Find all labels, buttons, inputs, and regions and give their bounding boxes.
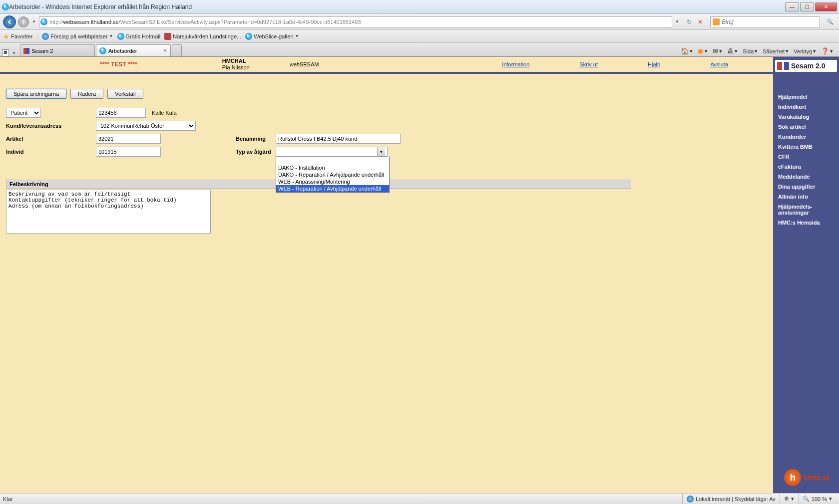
hinfo-logo[interactable]: h hinfo.se bbox=[777, 464, 837, 491]
link-skriv-ut[interactable]: Skriv ut bbox=[579, 61, 598, 67]
help-button[interactable]: ❓▾ bbox=[821, 47, 833, 55]
benamning-input[interactable] bbox=[276, 134, 401, 144]
patient-id-input[interactable] bbox=[96, 108, 146, 118]
sidebar-link-hmc-hemsida[interactable]: HMC:s Hemsida bbox=[773, 218, 839, 228]
app-brand: webSESAM bbox=[290, 61, 319, 67]
maximize-button[interactable]: ☐ bbox=[800, 2, 814, 11]
print-icon: 🖶 bbox=[727, 47, 734, 55]
search-input[interactable] bbox=[722, 18, 818, 25]
window-titlebar: Arbetsorder - Windows Internet Explorer … bbox=[0, 0, 839, 14]
feeds-button[interactable]: ▣▾ bbox=[698, 47, 708, 55]
atgard-option-web-rep[interactable]: WEB - Reparation / Avhjälpande underhåll bbox=[276, 185, 389, 192]
atgard-option-dako-install[interactable]: DAKO - Installation bbox=[276, 164, 389, 171]
refresh-button[interactable]: ↻ bbox=[684, 17, 694, 27]
nav-toolbar: ▼ http://websesam.lthalland.se/WebSesamS… bbox=[0, 14, 839, 30]
address-dropdown[interactable]: ▼ bbox=[674, 19, 680, 24]
header-code: HMCHAL bbox=[222, 58, 250, 64]
rss-icon: ▣ bbox=[698, 47, 704, 55]
sidebar-link-sok-artikel[interactable]: Sök artikel bbox=[773, 122, 839, 132]
benamning-label: Benämning bbox=[236, 136, 276, 142]
delete-button[interactable]: Radera bbox=[70, 89, 103, 99]
print-button[interactable]: 🖶▾ bbox=[727, 47, 738, 55]
kund-label: Kund/leveransadress bbox=[6, 123, 96, 129]
atgard-dropdown-list: DAKO - Installation DAKO - Reparation / … bbox=[276, 157, 390, 193]
back-button[interactable] bbox=[3, 15, 16, 28]
execute-button[interactable]: Verkställ bbox=[107, 89, 143, 99]
star-icon: ★ bbox=[3, 32, 9, 40]
stop-button[interactable]: ✕ bbox=[695, 17, 705, 27]
url-scheme: http:// bbox=[49, 19, 63, 25]
status-zoom[interactable]: 🔍 100 % ▾ bbox=[798, 494, 836, 504]
zone-icon bbox=[687, 496, 694, 503]
sidebar-link-individkort[interactable]: Individkort bbox=[773, 102, 839, 112]
zoom-icon: 🔍 bbox=[803, 496, 810, 502]
sidebar-link-kundorder[interactable]: Kundorder bbox=[773, 132, 839, 142]
sidebar-link-varukatalog[interactable]: Varukatalog bbox=[773, 112, 839, 122]
tab-arbetsorder[interactable]: Arbetsorder ✕ bbox=[96, 44, 171, 56]
app-header: **** TEST **** HMCHAL Pia Nilsson webSES… bbox=[0, 57, 773, 74]
minimize-button[interactable]: — bbox=[785, 2, 799, 11]
sidebar-link-kvittera-bmb[interactable]: Kvittera BMB bbox=[773, 142, 839, 152]
patient-name: Kalle Kula bbox=[152, 110, 177, 116]
favorites-button[interactable]: ★Favoriter bbox=[3, 32, 32, 40]
url-path: /WebSesamS2.Eko/Services/Activity.aspx?P… bbox=[119, 19, 361, 25]
site-icon bbox=[164, 33, 171, 40]
window-title: Arbetsorder - Windows Internet Explorer … bbox=[9, 3, 785, 10]
tab-close-icon[interactable]: ✕ bbox=[163, 47, 167, 54]
status-protected-mode-toggle[interactable]: ⚙▾ bbox=[780, 494, 798, 504]
quicktabs-button[interactable]: ▦ bbox=[2, 49, 9, 56]
tab-sesam2[interactable]: Sesam 2 bbox=[20, 44, 95, 56]
sidebar-link-dina-uppgifter[interactable]: Dina uppgifter bbox=[773, 182, 839, 192]
favorites-bar: ★Favoriter | Förslag på webbplatser ▼ Gr… bbox=[0, 30, 839, 43]
artikel-input[interactable] bbox=[96, 134, 161, 144]
link-hjalp[interactable]: Hjälp bbox=[648, 61, 660, 67]
nav-history-dropdown[interactable]: ▼ bbox=[31, 19, 37, 24]
kund-select[interactable]: 102 KommunRehab Öster bbox=[96, 121, 196, 131]
status-left: Klar bbox=[3, 496, 13, 502]
status-bar: Klar Lokalt intranät | Skyddat läge: Av … bbox=[0, 493, 839, 504]
globe-icon bbox=[42, 33, 49, 40]
individ-input[interactable] bbox=[96, 147, 161, 157]
sesam-icon bbox=[23, 48, 29, 54]
save-button[interactable]: Spara ändringarna bbox=[6, 89, 66, 99]
page-menu[interactable]: Sida ▾ bbox=[743, 48, 758, 54]
fav-link-hotmail[interactable]: Gratis Hotmail bbox=[117, 33, 161, 40]
fav-link-webslice[interactable]: WebSlice-galleri ▼ bbox=[245, 33, 299, 40]
fav-link-suggestions[interactable]: Förslag på webbplatser ▼ bbox=[42, 33, 113, 40]
felbeskrivning-textarea[interactable] bbox=[6, 190, 211, 234]
search-button[interactable]: 🔍 bbox=[824, 16, 836, 27]
home-icon: 🏠 bbox=[681, 47, 689, 55]
new-tab-button[interactable] bbox=[172, 44, 182, 56]
sidebar-link-hjalpmedels-anvisningar[interactable]: Hjälpmedels-anvisningar bbox=[773, 202, 839, 218]
hinfo-ball-icon: h bbox=[784, 469, 801, 486]
atgard-option-web-anpass[interactable]: WEB - Anpassning/Montering bbox=[276, 178, 389, 185]
home-button[interactable]: 🏠▾ bbox=[681, 47, 693, 55]
chevron-down-icon: ▼ bbox=[377, 147, 385, 156]
quicktabs-dropdown[interactable]: ▼ bbox=[11, 51, 17, 55]
sidebar-link-hjalpmedel[interactable]: Hjälpmedel bbox=[773, 92, 839, 102]
address-bar[interactable]: http://websesam.lthalland.se/WebSesamS2.… bbox=[39, 16, 672, 27]
link-avsluta[interactable]: Avsluta bbox=[710, 61, 728, 67]
sidebar-link-efaktura[interactable]: eFaktura bbox=[773, 162, 839, 172]
link-information[interactable]: Information bbox=[502, 61, 529, 67]
patient-type-select[interactable]: Patient bbox=[6, 108, 41, 118]
sidebar-link-cfr[interactable]: CFR bbox=[773, 152, 839, 162]
tab-bar: ▦ ▼ Sesam 2 Arbetsorder ✕ 🏠▾ ▣▾ ✉▾ 🖶▾ Si… bbox=[0, 43, 839, 57]
ie-icon bbox=[2, 3, 9, 10]
close-button[interactable]: ✕ bbox=[815, 2, 837, 11]
atgard-select[interactable]: ▼ bbox=[276, 147, 388, 157]
sidebar-link-meddelande[interactable]: Meddelande bbox=[773, 172, 839, 182]
safety-menu[interactable]: Säkerhet ▾ bbox=[763, 48, 789, 54]
status-zone: Lokalt intranät | Skyddat läge: Av bbox=[682, 494, 780, 504]
forward-button[interactable] bbox=[18, 16, 29, 27]
atgard-option-empty[interactable] bbox=[276, 157, 389, 164]
search-box[interactable] bbox=[710, 16, 820, 27]
url-host: websesam.lthalland.se bbox=[63, 19, 118, 25]
help-icon: ❓ bbox=[821, 47, 829, 55]
fav-link-narsjukvarden[interactable]: Närsjukvården Landstinge... bbox=[164, 33, 241, 40]
mail-button[interactable]: ✉▾ bbox=[713, 47, 722, 55]
sidebar-link-allman-info[interactable]: Allmän info bbox=[773, 192, 839, 202]
bing-icon bbox=[713, 18, 720, 25]
tools-menu[interactable]: Verktyg ▾ bbox=[794, 48, 816, 54]
atgard-option-dako-rep[interactable]: DAKO - Reparation / Avhjälpande underhål… bbox=[276, 171, 389, 178]
